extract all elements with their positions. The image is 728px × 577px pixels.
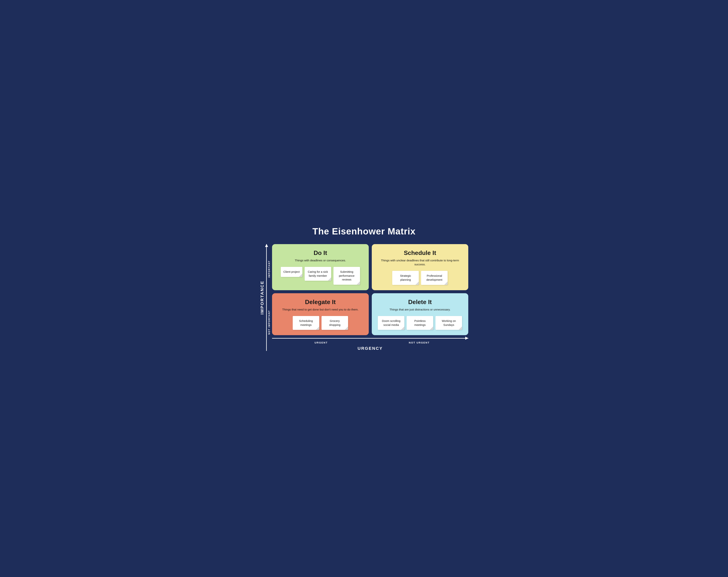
quadrant-do-it: Do It Things with deadlines or consequen…	[272, 244, 369, 290]
schedule-it-title: Schedule It	[376, 249, 464, 256]
note-client-project: Client project	[281, 267, 303, 277]
delegate-it-notes: Scheduling meetings Grocery shopping	[277, 316, 364, 330]
x-label-urgent: URGENT	[272, 341, 370, 344]
x-label-not-urgent: NOT URGENT	[370, 341, 468, 344]
do-it-desc: Things with deadlines or consequences.	[277, 258, 364, 262]
x-axis-line	[272, 338, 468, 338]
note-working-sundays: Working on Sundays	[436, 316, 462, 330]
y-label-important: IMPORTANT	[268, 260, 270, 278]
note-scheduling-meetings: Scheduling meetings	[293, 316, 319, 330]
y-axis-label: IMPORTANCE	[260, 244, 265, 351]
note-professional-dev: Professional development	[421, 271, 448, 285]
y-axis-arrow	[266, 244, 267, 351]
do-it-title: Do It	[277, 249, 364, 256]
x-axis-line-wrap	[272, 336, 468, 340]
schedule-it-notes: Strategic planning Professional developm…	[376, 271, 464, 285]
right-area: Do It Things with deadlines or consequen…	[272, 244, 468, 351]
delegate-it-title: Delegate It	[277, 299, 364, 306]
note-strategic-planning: Strategic planning	[392, 271, 419, 285]
top-row: Do It Things with deadlines or consequen…	[272, 244, 468, 290]
page-title: The Eisenhower Matrix	[260, 226, 468, 236]
main-container: The Eisenhower Matrix IMPORTANCE IMPORTA…	[260, 226, 468, 351]
delete-it-title: Delete It	[376, 299, 464, 306]
x-axis-area: URGENT NOT URGENT	[272, 335, 468, 344]
matrix-layout: IMPORTANCE IMPORTANT NOT IMPORTANT Do It…	[260, 244, 468, 351]
note-grocery-shopping: Grocery shopping	[321, 316, 348, 330]
do-it-notes: Client project Caring for a sick family …	[277, 267, 364, 285]
matrix-grid: Do It Things with deadlines or consequen…	[272, 244, 468, 335]
y-side-labels: IMPORTANT NOT IMPORTANT	[268, 244, 270, 351]
note-sick-family: Caring for a sick family member	[305, 267, 331, 281]
quadrant-delegate-it: Delegate It Things that need to get done…	[272, 293, 369, 335]
y-axis-area: IMPORTANCE IMPORTANT NOT IMPORTANT	[260, 244, 272, 351]
x-axis-label: URGENCY	[272, 346, 468, 351]
x-labels-row: URGENT NOT URGENT	[272, 341, 468, 344]
note-performance-reviews: Submitting performance reviews	[334, 267, 360, 285]
x-axis-container: URGENT NOT URGENT	[272, 335, 468, 344]
schedule-it-desc: Things with unclear deadlines that still…	[376, 258, 464, 267]
y-arrow-line	[266, 244, 267, 351]
note-pointless-meetings: Pointless meetings	[407, 316, 433, 330]
bottom-row: Delegate It Things that need to get done…	[272, 293, 468, 335]
quadrant-delete-it: Delete It Things that are just distracti…	[372, 293, 468, 335]
delegate-it-desc: Things that need to get done but don't n…	[277, 307, 364, 311]
y-label-not-important: NOT IMPORTANT	[268, 310, 270, 334]
delete-it-notes: Doom scrolling social media Pointless me…	[376, 316, 464, 330]
quadrant-schedule-it: Schedule It Things with unclear deadline…	[372, 244, 468, 290]
note-doom-scrolling: Doom scrolling social media	[378, 316, 405, 330]
delete-it-desc: Things that are just distractions or unn…	[376, 307, 464, 311]
